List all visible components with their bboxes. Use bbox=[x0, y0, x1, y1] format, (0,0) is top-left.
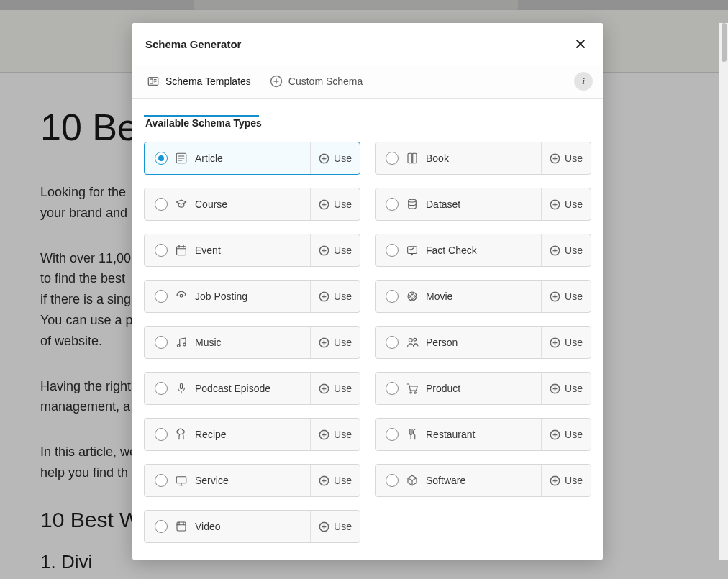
plus-icon bbox=[319, 245, 329, 256]
radio[interactable] bbox=[386, 290, 399, 303]
schema-type-event[interactable]: EventUse bbox=[144, 234, 360, 267]
radio[interactable] bbox=[155, 336, 168, 349]
video-icon bbox=[175, 520, 188, 533]
radio[interactable] bbox=[386, 336, 399, 349]
schema-type-person[interactable]: PersonUse bbox=[375, 326, 591, 359]
use-button[interactable]: Use bbox=[541, 465, 591, 496]
radio[interactable] bbox=[386, 244, 399, 257]
schema-type-label: Job Posting bbox=[195, 291, 247, 302]
schema-type-label: Book bbox=[426, 152, 449, 164]
schema-type-book[interactable]: BookUse bbox=[375, 142, 591, 175]
tab-custom-schema[interactable]: Custom Schema bbox=[265, 65, 377, 98]
schema-type-software[interactable]: SoftwareUse bbox=[375, 464, 591, 497]
schema-type-podcast[interactable]: Podcast EpisodeUse bbox=[144, 372, 360, 405]
use-button[interactable]: Use bbox=[541, 327, 591, 358]
article-icon bbox=[175, 152, 188, 165]
schema-type-product[interactable]: ProductUse bbox=[375, 372, 591, 405]
plus-icon bbox=[550, 383, 560, 394]
use-button[interactable]: Use bbox=[541, 281, 591, 312]
schema-type-label: Dataset bbox=[426, 199, 460, 210]
movie-icon bbox=[406, 290, 419, 303]
fact-icon bbox=[406, 244, 419, 257]
dataset-icon bbox=[406, 198, 419, 211]
use-label: Use bbox=[565, 337, 583, 348]
use-button[interactable]: Use bbox=[310, 234, 360, 266]
use-button[interactable]: Use bbox=[310, 511, 360, 542]
use-button[interactable]: Use bbox=[541, 188, 591, 220]
schema-type-fact[interactable]: Fact CheckUse bbox=[375, 234, 591, 267]
schema-generator-modal: Schema Generator Schema Templates Custom… bbox=[132, 23, 603, 560]
tab-schema-templates[interactable]: Schema Templates bbox=[142, 65, 265, 98]
modal-title: Schema Generator bbox=[145, 38, 241, 50]
use-label: Use bbox=[334, 245, 352, 256]
use-button[interactable]: Use bbox=[310, 142, 360, 174]
schema-type-course[interactable]: CourseUse bbox=[144, 188, 360, 221]
schema-type-recipe[interactable]: RecipeUse bbox=[144, 418, 360, 451]
templates-icon bbox=[147, 75, 160, 88]
use-button[interactable]: Use bbox=[310, 373, 360, 404]
use-label: Use bbox=[565, 429, 583, 440]
recipe-icon bbox=[175, 428, 188, 441]
music-icon bbox=[175, 336, 188, 349]
schema-type-restaurant[interactable]: RestaurantUse bbox=[375, 418, 591, 451]
schema-type-label: Event bbox=[195, 245, 221, 256]
plus-icon bbox=[319, 521, 329, 532]
use-button[interactable]: Use bbox=[541, 142, 591, 174]
use-label: Use bbox=[334, 383, 352, 394]
use-button[interactable]: Use bbox=[310, 188, 360, 220]
plus-icon bbox=[550, 429, 560, 440]
use-button[interactable]: Use bbox=[310, 327, 360, 358]
radio[interactable] bbox=[386, 152, 399, 165]
radio[interactable] bbox=[155, 520, 168, 533]
product-icon bbox=[406, 382, 419, 395]
use-label: Use bbox=[565, 291, 583, 302]
schema-type-video[interactable]: VideoUse bbox=[144, 510, 360, 543]
schema-type-label: Fact Check bbox=[426, 245, 477, 256]
schema-type-label: Podcast Episode bbox=[195, 383, 270, 394]
radio[interactable] bbox=[155, 198, 168, 211]
plus-icon bbox=[319, 199, 329, 210]
schema-type-label: Person bbox=[426, 337, 458, 348]
info-icon[interactable]: i bbox=[574, 72, 593, 91]
modal-tabs: Schema Templates Custom Schema i bbox=[132, 65, 603, 99]
radio[interactable] bbox=[155, 244, 168, 257]
use-button[interactable]: Use bbox=[541, 373, 591, 404]
radio[interactable] bbox=[386, 198, 399, 211]
schema-type-job[interactable]: Job PostingUse bbox=[144, 280, 360, 313]
schema-type-article[interactable]: ArticleUse bbox=[144, 142, 360, 175]
radio[interactable] bbox=[386, 382, 399, 395]
schema-type-movie[interactable]: MovieUse bbox=[375, 280, 591, 313]
use-button[interactable]: Use bbox=[310, 465, 360, 496]
schema-type-label: Video bbox=[195, 521, 221, 532]
radio[interactable] bbox=[155, 428, 168, 441]
plus-icon bbox=[550, 475, 560, 486]
schema-type-label: Service bbox=[195, 475, 229, 486]
scrollbar-track[interactable] bbox=[719, 23, 728, 560]
radio[interactable] bbox=[155, 474, 168, 487]
radio[interactable] bbox=[386, 474, 399, 487]
schema-type-music[interactable]: MusicUse bbox=[144, 326, 360, 359]
schema-type-label: Movie bbox=[426, 291, 452, 302]
scrollbar-thumb[interactable] bbox=[722, 23, 727, 62]
close-button[interactable] bbox=[573, 36, 588, 52]
service-icon bbox=[175, 474, 188, 487]
schema-type-service[interactable]: ServiceUse bbox=[144, 464, 360, 497]
radio[interactable] bbox=[155, 382, 168, 395]
schema-type-dataset[interactable]: DatasetUse bbox=[375, 188, 591, 221]
restaurant-icon bbox=[406, 428, 419, 441]
use-button[interactable]: Use bbox=[310, 281, 360, 312]
plus-icon bbox=[319, 291, 329, 302]
schema-type-label: Music bbox=[195, 337, 222, 348]
use-button[interactable]: Use bbox=[541, 234, 591, 266]
software-icon bbox=[406, 474, 419, 487]
plus-circle-icon bbox=[270, 75, 283, 88]
use-label: Use bbox=[565, 199, 583, 210]
schema-type-label: Product bbox=[426, 383, 460, 394]
radio[interactable] bbox=[386, 428, 399, 441]
use-button[interactable]: Use bbox=[541, 419, 591, 450]
plus-icon bbox=[550, 153, 560, 164]
radio[interactable] bbox=[155, 290, 168, 303]
use-button[interactable]: Use bbox=[310, 419, 360, 450]
plus-icon bbox=[319, 383, 329, 394]
radio[interactable] bbox=[155, 152, 168, 165]
